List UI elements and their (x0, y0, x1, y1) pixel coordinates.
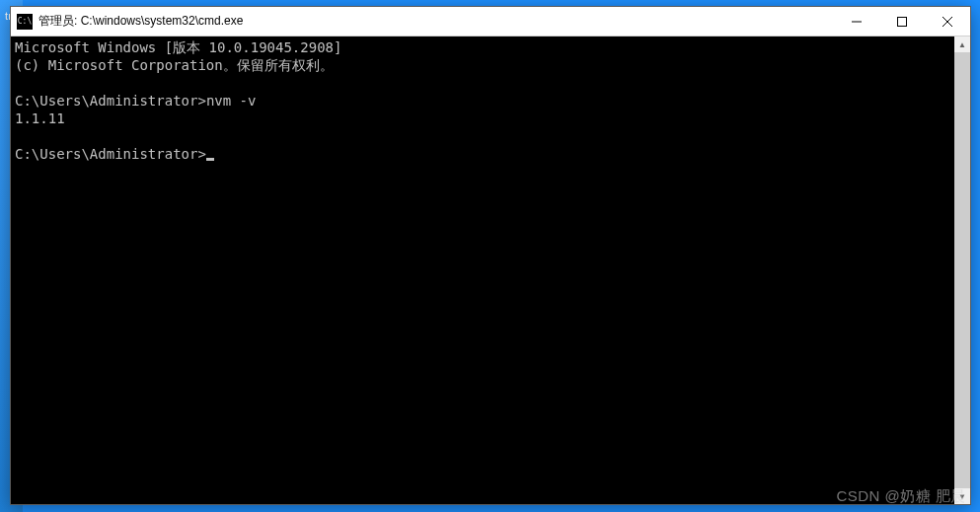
svg-rect-1 (898, 17, 907, 26)
terminal-output[interactable]: Microsoft Windows [版本 10.0.19045.2908] (… (11, 37, 954, 504)
command-text: nvm -v (206, 93, 257, 109)
close-button[interactable] (925, 7, 970, 36)
banner-line-1: Microsoft Windows [版本 10.0.19045.2908] (15, 39, 341, 55)
cmd-icon-glyph: C:\ (18, 17, 32, 26)
cmd-window: C:\ 管理员: C:\windows\system32\cmd.exe Mic… (10, 6, 971, 505)
cmd-icon: C:\ (17, 14, 33, 30)
scrollbar-thumb[interactable] (954, 52, 970, 488)
banner-line-2: (c) Microsoft Corporation。保留所有权利。 (15, 57, 334, 73)
terminal-area: Microsoft Windows [版本 10.0.19045.2908] (… (11, 37, 970, 504)
command-output: 1.1.11 (15, 110, 65, 126)
scroll-down-button[interactable]: ▼ (954, 488, 970, 504)
prompt-path: C:\Users\Administrator> (15, 146, 206, 162)
prompt-path: C:\Users\Administrator> (15, 93, 206, 109)
minimize-button[interactable] (834, 7, 879, 36)
scroll-up-button[interactable]: ▲ (954, 37, 970, 52)
vertical-scrollbar[interactable]: ▲ ▼ (954, 37, 970, 504)
cursor (206, 158, 214, 161)
maximize-button[interactable] (879, 7, 925, 36)
titlebar[interactable]: C:\ 管理员: C:\windows\system32\cmd.exe (11, 7, 970, 37)
scrollbar-track[interactable] (954, 52, 970, 488)
window-title: 管理员: C:\windows\system32\cmd.exe (38, 13, 834, 30)
window-controls (834, 7, 970, 36)
